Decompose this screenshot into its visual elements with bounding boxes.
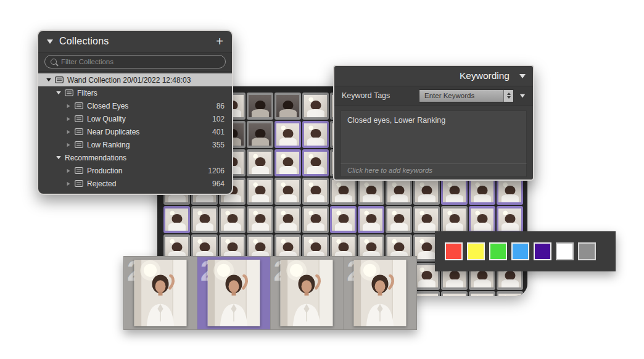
grid-photo-cell[interactable] <box>386 206 412 233</box>
filmstrip-cell[interactable]: 2 <box>344 257 416 329</box>
grid-photo-cell[interactable] <box>275 93 301 120</box>
color-swatch-white[interactable] <box>556 242 574 260</box>
filmstrip-photo[interactable] <box>207 260 260 326</box>
expand-triangle-icon[interactable] <box>67 142 70 146</box>
grid-photo-cell[interactable] <box>441 178 468 205</box>
tree-item-low-ranking[interactable]: Low Ranking 355 <box>38 138 232 151</box>
filmstrip-cell[interactable]: 2 <box>271 257 344 329</box>
keywording-header: Keywording <box>334 66 533 86</box>
color-swatch-yellow[interactable] <box>467 242 485 260</box>
grid-photo-cell[interactable] <box>275 178 301 205</box>
grid-photo-cell[interactable] <box>413 178 440 205</box>
photo-thumbnail <box>415 180 438 202</box>
color-swatch-blue[interactable] <box>511 242 529 260</box>
tree-item-near-duplicates[interactable]: Near Duplicates 401 <box>38 125 232 138</box>
tree-item-filters[interactable]: Filters <box>38 86 232 99</box>
expand-triangle-icon[interactable] <box>67 104 70 107</box>
collapse-triangle-icon[interactable] <box>56 91 61 94</box>
grid-photo-cell[interactable] <box>275 121 301 148</box>
tree-item-low-quality[interactable]: Low Quality 102 <box>38 112 232 125</box>
stepper-up-icon[interactable] <box>507 93 511 95</box>
tree-item-rejected[interactable]: Rejected 964 <box>38 177 232 190</box>
collection-icon <box>75 141 83 148</box>
photo-thumbnail <box>276 180 299 202</box>
grid-photo-cell[interactable] <box>247 206 273 233</box>
grid-photo-cell[interactable] <box>302 121 329 148</box>
expand-triangle-icon[interactable] <box>67 130 70 133</box>
photo-thumbnail <box>498 180 521 202</box>
collection-icon <box>75 115 83 122</box>
tree-item-closed-eyes[interactable]: Closed Eyes 86 <box>38 99 232 112</box>
grid-photo-cell[interactable] <box>358 206 384 233</box>
grid-photo-cell[interactable] <box>497 206 523 233</box>
grid-photo-cell[interactable] <box>247 149 273 176</box>
tree-item-wand-collection[interactable]: Wand Collection 20/01/2022 12:48:03 <box>38 73 232 86</box>
grid-photo-cell[interactable] <box>247 93 273 120</box>
color-swatch-red[interactable] <box>445 242 463 260</box>
filmstrip-cell[interactable]: 2 <box>124 257 197 329</box>
photo-thumbnail <box>332 208 355 231</box>
grid-photo-cell[interactable] <box>302 178 329 205</box>
grid-photo-cell[interactable] <box>163 206 190 233</box>
expand-triangle-icon[interactable] <box>67 117 70 120</box>
keyword-tags-row: Keyword Tags Enter Keywords <box>334 86 533 105</box>
color-swatch-green[interactable] <box>489 242 507 260</box>
add-collection-button[interactable]: + <box>216 35 223 47</box>
photo-thumbnail <box>415 294 438 296</box>
grid-photo-cell[interactable] <box>247 178 273 205</box>
grid-photo-cell[interactable] <box>469 291 495 296</box>
filmstrip-photo[interactable] <box>134 260 187 326</box>
grid-photo-cell[interactable] <box>358 178 384 205</box>
keyword-set-dropdown[interactable]: Enter Keywords <box>419 89 514 102</box>
photo-thumbnail <box>249 152 271 174</box>
grid-photo-cell[interactable] <box>497 178 523 205</box>
color-swatch-purple[interactable] <box>534 242 551 260</box>
grid-photo-cell[interactable] <box>413 291 440 296</box>
grid-photo-cell[interactable] <box>330 206 357 233</box>
expand-triangle-icon[interactable] <box>67 168 70 172</box>
color-swatch-gray[interactable] <box>578 242 596 260</box>
photo-thumbnail <box>165 208 188 231</box>
keywords-textarea[interactable]: Closed eyes, Lower Ranking <box>341 110 527 163</box>
grid-photo-cell[interactable] <box>413 206 440 233</box>
collapse-triangle-icon[interactable] <box>519 74 526 78</box>
filter-collections-input[interactable]: Filter Collections <box>44 55 226 68</box>
tree-item-production[interactable]: Production 1206 <box>38 164 232 177</box>
tree-item-recommendations[interactable]: Recommendations <box>38 151 232 164</box>
stepper-down-icon[interactable] <box>507 96 511 99</box>
grid-photo-cell[interactable] <box>441 206 468 233</box>
grid-photo-cell[interactable] <box>275 149 301 176</box>
collection-icon <box>65 89 73 96</box>
filmstrip-photo[interactable] <box>280 260 333 326</box>
photo-thumbnail <box>304 123 327 146</box>
expand-triangle-icon[interactable] <box>67 181 70 185</box>
collections-tree: Wand Collection 20/01/2022 12:48:03 Filt… <box>38 72 232 190</box>
filmstrip-photo[interactable] <box>353 260 407 326</box>
collapse-triangle-icon[interactable] <box>47 39 53 44</box>
tree-item-label: Closed Eyes <box>87 102 128 110</box>
grid-photo-cell[interactable] <box>441 291 468 296</box>
grid-photo-cell[interactable] <box>469 206 495 233</box>
photo-thumbnail <box>276 95 299 117</box>
photo-thumbnail <box>360 208 382 231</box>
dropdown-triangle-icon[interactable] <box>520 94 526 97</box>
grid-photo-cell[interactable] <box>469 178 495 205</box>
grid-photo-cell[interactable] <box>275 206 301 233</box>
collection-icon <box>75 167 83 174</box>
grid-photo-cell[interactable] <box>330 178 357 205</box>
photo-thumbnail <box>443 294 466 296</box>
collection-icon <box>75 128 83 135</box>
stepper-control[interactable] <box>503 90 513 102</box>
add-keywords-field[interactable]: Click here to add keywords <box>341 163 527 177</box>
filmstrip-cell[interactable]: 2 <box>197 257 271 329</box>
collapse-triangle-icon[interactable] <box>56 156 61 159</box>
collapse-triangle-icon[interactable] <box>46 78 51 81</box>
grid-photo-cell[interactable] <box>247 121 273 148</box>
grid-photo-cell[interactable] <box>219 206 246 233</box>
grid-photo-cell[interactable] <box>497 291 523 296</box>
grid-photo-cell[interactable] <box>302 93 329 120</box>
grid-photo-cell[interactable] <box>302 149 329 176</box>
grid-photo-cell[interactable] <box>191 206 218 233</box>
grid-photo-cell[interactable] <box>302 206 329 233</box>
grid-photo-cell[interactable] <box>386 178 412 205</box>
